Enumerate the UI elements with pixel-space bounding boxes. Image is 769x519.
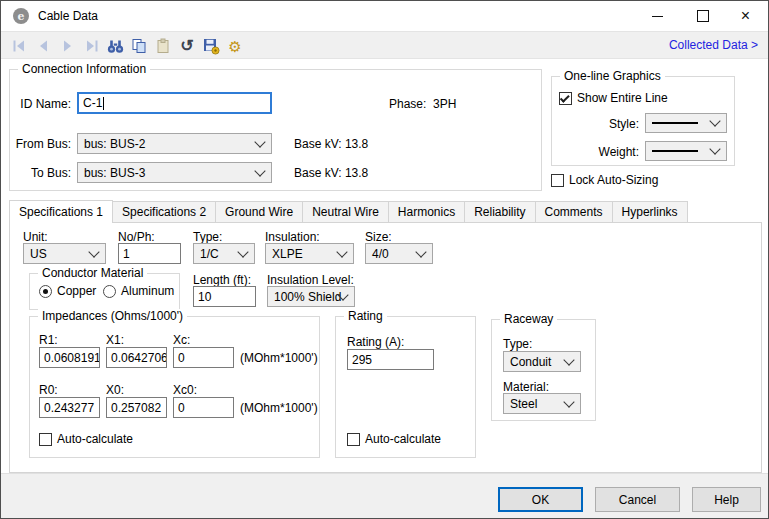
x1-input[interactable]: 0.0642706 [106,347,167,368]
minimize-icon [652,16,663,17]
title-bar: e Cable Data × [1,1,768,31]
line-style-sample [652,122,698,124]
type-select[interactable]: 1/C [193,243,255,264]
from-base-kv: Base kV: 13.8 [294,137,368,151]
lock-auto-sizing-checkbox[interactable]: Lock Auto-Sizing [551,173,658,187]
raceway-caption: Raceway [500,312,557,326]
xc0-value: 0 [178,401,185,415]
id-name-input[interactable]: C-1 [77,92,272,114]
insulation-label: Insulation: [265,230,320,244]
size-value: 4/0 [372,247,389,261]
r0-label: R0: [39,383,58,397]
chevron-down-icon [88,246,99,257]
style-label: Style: [559,117,639,131]
to-bus-label: To Bus: [9,166,71,180]
size-select[interactable]: 4/0 [365,243,433,264]
cancel-button[interactable]: Cancel [595,487,680,512]
collected-data-link[interactable]: Collected Data > [669,38,758,52]
xc0-label: Xc0: [173,383,197,397]
ok-label: OK [532,493,549,507]
tab-specifications-2[interactable]: Specifications 2 [112,201,216,222]
r0-value: 0.243277 [44,401,94,415]
show-entire-line-checkbox[interactable]: Show Entire Line [559,91,668,105]
xc0-input[interactable]: 0 [173,397,234,418]
help-button[interactable]: Help [692,487,761,512]
check-mark-icon [560,92,570,102]
etap-app-icon: e [13,8,29,24]
previous-record-icon[interactable] [31,35,55,57]
rating-input[interactable]: 295 [347,349,434,370]
unit-value: US [30,247,47,261]
rating-a-label: Rating (A): [347,335,404,349]
tab-harmonics[interactable]: Harmonics [388,201,465,222]
tab-ground-wire[interactable]: Ground Wire [215,201,303,222]
minimize-button[interactable] [635,1,680,31]
tab-specifications-1[interactable]: Specifications 1 [9,200,113,223]
tab-neutral-wire[interactable]: Neutral Wire [302,201,389,222]
tab-hyperlinks[interactable]: Hyperlinks [612,201,688,222]
raceway-type-select[interactable]: Conduit [503,351,581,372]
chevron-down-icon [254,136,265,147]
copper-label: Copper [57,284,96,298]
radio-unselected-icon [103,285,116,298]
x0-input[interactable]: 0.257082 [106,397,167,418]
to-bus-select[interactable]: bus: BUS-3 [77,162,272,183]
impedances-caption: Impedances (Ohms/1000') [38,309,187,323]
paste-icon[interactable] [151,35,175,57]
find-icon[interactable] [103,35,127,57]
help-label: Help [714,493,739,507]
cable-data-dialog: e Cable Data × [0,0,769,519]
from-bus-label: From Bus: [9,137,71,151]
rating-caption: Rating [344,309,387,323]
text-caret [103,97,104,110]
next-record-icon[interactable] [55,35,79,57]
r1-label: R1: [39,333,58,347]
undo-icon[interactable]: ↺ [175,35,199,57]
tab-reliability[interactable]: Reliability [464,201,535,222]
maximize-button[interactable] [680,1,725,31]
aluminum-radio[interactable]: Aluminum [103,284,174,298]
copper-radio[interactable]: Copper [39,284,96,298]
rating-auto-calculate-label: Auto-calculate [365,432,441,446]
checkbox-checked-icon [559,92,572,105]
chevron-down-icon [563,396,574,407]
line-style-select[interactable] [645,113,727,133]
lock-auto-sizing-label: Lock Auto-Sizing [569,173,658,187]
weight-label: Weight: [559,145,639,159]
noph-input[interactable]: 1 [118,243,181,264]
from-bus-select[interactable]: bus: BUS-2 [77,133,272,154]
get-defaults-icon[interactable]: ⚙ [223,35,247,57]
unit-select[interactable]: US [23,243,106,264]
mohm-unit-note-1: (MOhm*1000') [240,351,318,365]
last-record-icon[interactable] [79,35,103,57]
cancel-label: Cancel [619,493,656,507]
radio-dot-icon [43,289,48,294]
insulation-level-select[interactable]: 100% Shield [267,286,355,307]
impedance-auto-calculate-label: Auto-calculate [57,432,133,446]
rating-auto-calculate-checkbox[interactable]: Auto-calculate [347,432,441,446]
raceway-type-value: Conduit [510,355,551,369]
length-input[interactable]: 10 [193,286,256,307]
xc-input[interactable]: 0 [173,347,234,368]
close-button[interactable]: × [723,1,768,31]
impedance-auto-calculate-checkbox[interactable]: Auto-calculate [39,432,133,446]
copy-icon[interactable] [127,35,151,57]
insulation-select[interactable]: XLPE [265,243,354,264]
id-name-label: ID Name: [9,97,71,111]
length-label: Length (ft): [193,273,251,287]
r1-input[interactable]: 0.0608191 [39,347,100,368]
chevron-down-icon [709,143,720,154]
r0-input[interactable]: 0.243277 [39,397,100,418]
tab-comments[interactable]: Comments [535,201,613,222]
oneline-graphics-caption: One-line Graphics [560,69,665,83]
raceway-material-select[interactable]: Steel [503,393,581,414]
insulation-level-label: Insulation Level: [267,273,354,287]
line-weight-select[interactable] [645,141,727,161]
raceway-material-label: Material: [503,380,549,394]
ok-button[interactable]: OK [498,487,583,512]
tab-strip: Specifications 1 Specifications 2 Ground… [9,201,687,222]
insulation-value: XLPE [272,247,303,261]
save-defaults-icon[interactable] [199,35,223,57]
first-record-icon[interactable] [7,35,31,57]
r1-value: 0.0608191 [44,351,100,365]
